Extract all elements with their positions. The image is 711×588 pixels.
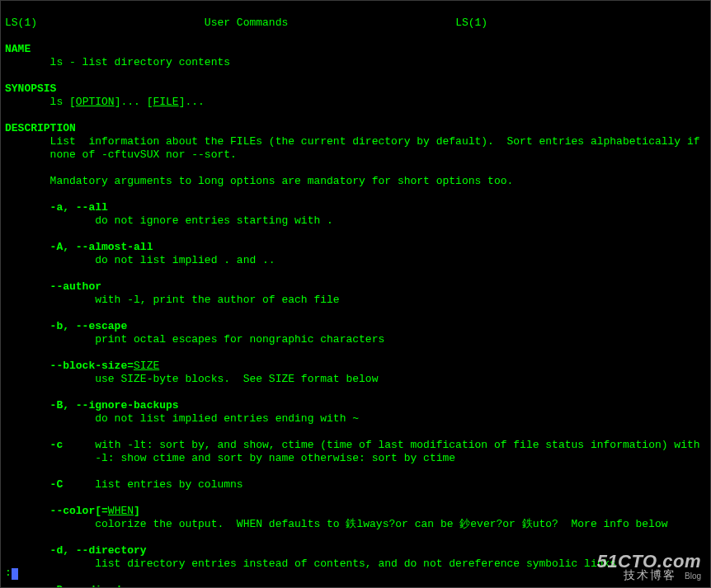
synopsis-cmd: ls bbox=[50, 96, 64, 108]
opt-color-desc: colorize the output. WHEN defaults to 鉄l… bbox=[95, 518, 667, 530]
section-description: DESCRIPTION bbox=[5, 122, 76, 134]
name-text: ls - list directory contents bbox=[50, 56, 230, 68]
watermark-blog: Blog bbox=[685, 572, 701, 581]
header-center: User Commands bbox=[205, 16, 288, 29]
opt-C-desc: list entries by columns bbox=[95, 478, 242, 491]
prompt-char: : bbox=[5, 567, 12, 579]
synopsis-bracket: [ bbox=[69, 96, 76, 108]
synopsis-tail: ]... bbox=[179, 96, 205, 108]
opt-B-desc: do not list implied entries ending with … bbox=[95, 412, 359, 425]
watermark-line1: 51CTO.com bbox=[597, 555, 701, 568]
opt-c-desc1: with -lt: sort by, and show, ctime (time… bbox=[95, 439, 699, 451]
opt-B-flag: -B, --ignore-backups bbox=[50, 399, 179, 412]
opt-a-desc: do not ignore entries starting with . bbox=[95, 214, 333, 227]
cursor-icon bbox=[12, 568, 18, 580]
watermark: 51CTO.com 技术博客Blog bbox=[597, 555, 701, 583]
synopsis-bracket2: ]... [ bbox=[115, 96, 153, 108]
opt-d-desc: list directory entries instead of conten… bbox=[95, 557, 616, 570]
opt-D-flag: -D, --dired bbox=[50, 584, 121, 588]
opt-color-flag-prefix: --color[= bbox=[50, 505, 108, 517]
section-name: NAME bbox=[5, 43, 31, 55]
opt-a-flag: -a, --all bbox=[50, 201, 108, 214]
opt-A-desc: do not list implied . and .. bbox=[95, 254, 275, 266]
header-left: LS(1) bbox=[5, 16, 37, 29]
opt-color-flag-suffix: ] bbox=[134, 505, 140, 517]
synopsis-file: FILE bbox=[153, 96, 178, 108]
desc-intro2: none of -cftuvSUX nor --sort. bbox=[50, 148, 237, 161]
opt-c-flag: -c bbox=[50, 439, 64, 451]
opt-author-flag: --author bbox=[50, 280, 101, 293]
watermark-line2: 技术博客 bbox=[624, 568, 676, 581]
opt-block-flag-prefix: --block-size= bbox=[50, 360, 134, 372]
man-page-terminal[interactable]: LS(1) User Commands LS(1) NAME ls - list… bbox=[0, 0, 711, 588]
opt-author-desc: with -l, print the author of each file bbox=[95, 294, 339, 306]
opt-b-flag: -b, --escape bbox=[50, 320, 128, 332]
opt-color-flag-arg: WHEN bbox=[108, 505, 134, 517]
desc-mandatory: Mandatory arguments to long options are … bbox=[50, 175, 514, 187]
opt-b-desc: print octal escapes for nongraphic chara… bbox=[95, 333, 384, 346]
opt-block-flag-arg: SIZE bbox=[134, 360, 159, 372]
opt-block-desc: use SIZE-byte blocks. See SIZE format be… bbox=[95, 373, 378, 385]
opt-C-flag: -C bbox=[50, 478, 64, 491]
opt-A-flag: -A, --almost-all bbox=[50, 241, 153, 253]
section-synopsis: SYNOPSIS bbox=[5, 82, 56, 95]
header-right: LS(1) bbox=[455, 16, 487, 29]
opt-c-desc2: -l: show ctime and sort by name otherwis… bbox=[95, 452, 455, 464]
desc-intro1: List information about the FILEs (the cu… bbox=[50, 135, 700, 148]
opt-d-flag: -d, --directory bbox=[50, 544, 147, 557]
pager-prompt[interactable]: : bbox=[5, 567, 18, 580]
synopsis-option: OPTION bbox=[76, 96, 115, 108]
